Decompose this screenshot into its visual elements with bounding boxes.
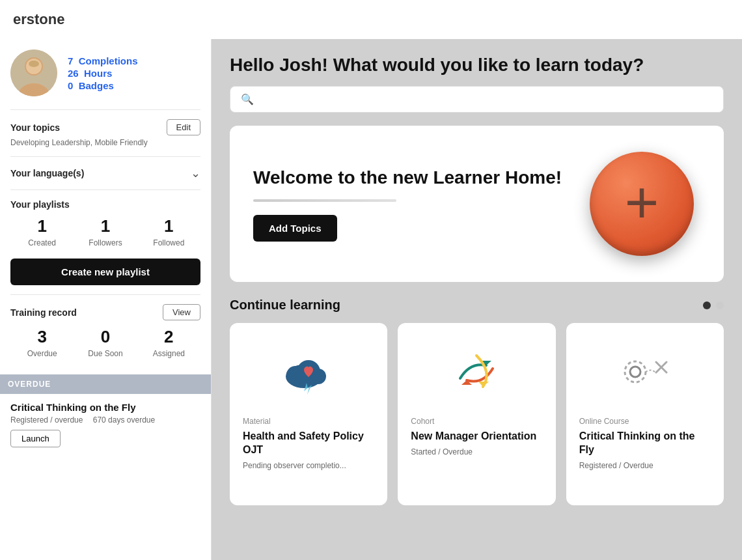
launch-button[interactable]: Launch — [10, 430, 61, 447]
playlist-stat-created: 1 Created — [10, 216, 74, 248]
profile-section: 7 Completions 26 Hours 0 Badges — [10, 49, 200, 96]
training-section: Training record View 3 Overdue 0 Due Soo… — [10, 294, 200, 374]
dot-inactive[interactable] — [716, 301, 724, 309]
language-section: Your language(s) ⌄ — [10, 156, 200, 189]
badges-label[interactable]: Badges — [79, 80, 114, 91]
svg-point-4 — [29, 61, 39, 67]
created-num: 1 — [10, 216, 74, 236]
card-type-2: Online Course — [579, 417, 711, 426]
training-due-soon-stat: 0 Due Soon — [74, 327, 137, 359]
dot-active[interactable] — [703, 301, 711, 309]
topics-section: Your topics Edit Developing Leadership, … — [10, 109, 200, 156]
badges-count: 0 — [68, 80, 73, 91]
overdue-meta: Registered / overdue 670 days overdue — [10, 415, 200, 425]
search-icon: 🔍 — [241, 93, 254, 105]
card-status-1: Started / Overdue — [411, 447, 542, 456]
card-title-0: Health and Safety Policy OJT — [243, 430, 374, 457]
create-playlist-button[interactable]: Create new playlist — [10, 259, 200, 285]
playlists-stats: 1 Created 1 Followers 1 Followed — [10, 216, 200, 248]
avatar — [10, 49, 57, 96]
search-bar[interactable]: 🔍 — [230, 86, 724, 113]
sidebar: 7 Completions 26 Hours 0 Badges Your top… — [0, 39, 212, 560]
svg-marker-12 — [478, 382, 489, 387]
overdue-item: Critical Thinking on the Fly Registered … — [10, 394, 200, 453]
course-card-2[interactable]: Online Course Critical Thinking on the F… — [566, 323, 724, 505]
add-topics-button[interactable]: Add Topics — [253, 215, 337, 242]
due-soon-label: Due Soon — [88, 349, 122, 358]
main-content: Hello Josh! What would you like to learn… — [212, 39, 742, 560]
training-stats: 3 Overdue 0 Due Soon 2 Assigned — [10, 327, 200, 359]
svg-point-14 — [630, 367, 640, 377]
continue-learning-title: Continue learning — [230, 298, 340, 313]
cards-row: Material Health and Safety Policy OJT Pe… — [230, 323, 724, 505]
created-label: Created — [28, 238, 56, 247]
card-image-2 — [579, 336, 711, 408]
topics-header: Your topics Edit — [10, 119, 200, 135]
followers-label: Followers — [89, 238, 122, 247]
training-overdue-stat: 3 Overdue — [10, 327, 74, 359]
assigned-num: 2 — [137, 327, 200, 347]
training-header: Training record View — [10, 304, 200, 320]
welcome-title: Welcome to the new Learner Home! — [253, 166, 583, 189]
topics-title: Your topics — [10, 122, 60, 133]
overdue-banner: OVERDUE — [0, 374, 211, 394]
overdue-days: 670 days overdue — [93, 415, 155, 425]
main-layout: 7 Completions 26 Hours 0 Badges Your top… — [0, 39, 742, 560]
card-status-2: Registered / Overdue — [579, 461, 711, 470]
plus-3d-icon — [590, 152, 694, 256]
dot-indicators — [703, 301, 724, 309]
card-image-0 — [243, 336, 374, 408]
due-soon-num: 0 — [74, 327, 137, 347]
playlists-title: Your playlists — [10, 199, 200, 210]
welcome-text: Welcome to the new Learner Home! Add Top… — [253, 166, 583, 242]
training-assigned-stat: 2 Assigned — [137, 327, 200, 359]
course-card-1[interactable]: Cohort New Manager Orientation Started /… — [398, 323, 555, 505]
app-logo: erstone — [13, 11, 64, 28]
hours-stat: 26 Hours — [68, 68, 138, 79]
card-type-0: Material — [243, 417, 374, 426]
card-image-1 — [411, 336, 542, 408]
overdue-label: Overdue — [27, 349, 57, 358]
training-view-button[interactable]: View — [163, 304, 200, 320]
hours-label[interactable]: Hours — [84, 68, 112, 79]
overdue-num: 3 — [10, 327, 74, 347]
greeting: Hello Josh! What would you like to learn… — [230, 55, 724, 76]
top-bar: erstone — [0, 0, 742, 39]
followed-num: 1 — [137, 216, 200, 236]
card-title-1: New Manager Orientation — [411, 430, 542, 443]
topics-edit-button[interactable]: Edit — [167, 119, 200, 135]
language-row[interactable]: Your language(s) ⌄ — [10, 166, 200, 180]
chevron-down-icon: ⌄ — [191, 166, 200, 180]
welcome-icon — [583, 145, 700, 262]
card-status-0: Pending observer completio... — [243, 461, 374, 470]
hours-count: 26 — [68, 68, 79, 79]
playlist-stat-followed: 1 Followed — [137, 216, 200, 248]
card-type-1: Cohort — [411, 417, 542, 426]
continue-learning-header: Continue learning — [230, 298, 724, 313]
overdue-item-title: Critical Thinking on the Fly — [10, 402, 200, 413]
overdue-status: Registered / overdue — [10, 415, 83, 425]
welcome-divider — [253, 199, 396, 202]
course-card-0[interactable]: Material Health and Safety Policy OJT Pe… — [230, 323, 387, 505]
topics-value: Developing Leadership, Mobile Friendly — [10, 138, 200, 147]
playlist-stat-followers: 1 Followers — [74, 216, 137, 248]
welcome-banner: Welcome to the new Learner Home! Add Top… — [230, 126, 724, 282]
search-input[interactable] — [260, 94, 713, 105]
training-title: Training record — [10, 307, 77, 318]
completions-label[interactable]: Completions — [79, 55, 138, 66]
assigned-label: Assigned — [153, 349, 185, 358]
profile-stats: 7 Completions 26 Hours 0 Badges — [68, 55, 138, 91]
playlists-section: Your playlists 1 Created 1 Followers 1 F… — [10, 189, 200, 294]
language-title: Your language(s) — [10, 168, 84, 178]
card-title-2: Critical Thinking on the Fly — [579, 430, 711, 457]
completions-stat: 7 Completions — [68, 55, 138, 66]
completions-count[interactable]: 7 — [68, 55, 73, 66]
followed-label: Followed — [153, 238, 184, 247]
badges-stat: 0 Badges — [68, 80, 138, 91]
followers-num: 1 — [74, 216, 137, 236]
svg-point-13 — [625, 361, 646, 382]
